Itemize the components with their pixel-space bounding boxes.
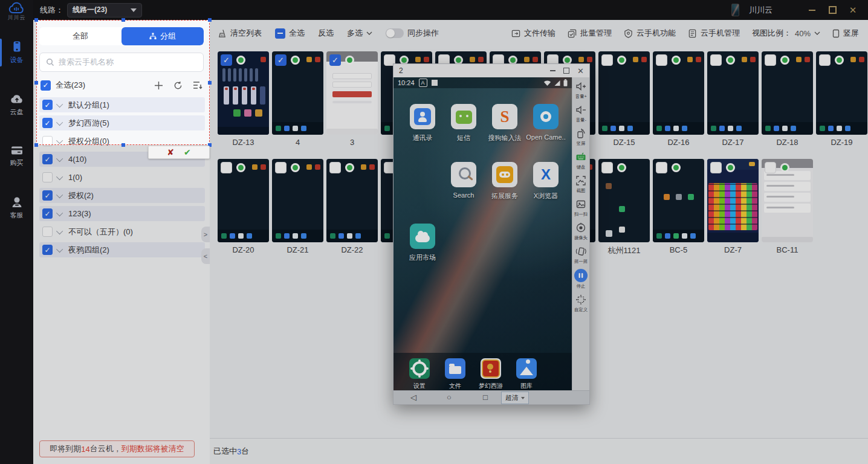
device-checkbox[interactable] [819,54,831,66]
app-icon-camera[interactable]: Open Came.. [525,104,566,141]
device-thumb[interactable] [326,159,378,242]
device-checkbox[interactable]: ✓ [275,54,287,66]
selection-handle[interactable] [34,143,38,147]
app-icon-xbrowser[interactable]: XX浏览器 [525,162,566,201]
group-row[interactable]: ✓123(3) [39,206,205,221]
device-checkbox[interactable]: ✓ [329,54,341,66]
phone-tool-screenshot[interactable]: 截图 [575,175,587,194]
device-thumb[interactable] [598,51,650,135]
back-button[interactable]: ◁ [410,392,416,404]
panel-expand-handle[interactable]: > [201,227,210,242]
device-checkbox[interactable] [601,54,613,66]
sidebar-item-设备[interactable]: 设备 [0,35,33,70]
group-checkbox[interactable] [42,172,53,182]
device-checkbox[interactable]: ✓ [221,54,232,66]
phone-tool-custom[interactable]: 自定义 [574,294,588,313]
app-icon-messages[interactable]: 短信 [443,104,484,143]
close-button[interactable]: ✕ [847,5,858,16]
selection-handle[interactable] [34,18,38,22]
device-checkbox[interactable] [710,54,722,66]
device-thumb[interactable] [816,51,867,135]
chevron-down-icon[interactable] [56,155,63,161]
phone-tool-keyboard[interactable]: 键盘 [575,151,587,170]
group-row[interactable]: 1(0) [39,170,205,185]
device-thumb[interactable] [707,51,759,135]
search-input[interactable]: 搜索云手机名称 [39,53,204,72]
capture-cancel-icon[interactable]: ✘ [167,148,174,156]
refresh-icon[interactable] [173,81,183,90]
app-icon-market[interactable]: 应用市场 [402,224,443,262]
minimize-button[interactable] [806,5,817,16]
device-checkbox[interactable] [656,162,667,173]
device-thumb[interactable]: ✓ [272,51,323,135]
device-checkbox[interactable] [601,162,613,173]
file-transfer-button[interactable]: 文件传输 [511,28,555,39]
indeterminate-checkbox[interactable] [275,28,285,39]
group-checkbox[interactable]: ✓ [42,190,53,201]
selection-handle[interactable] [34,81,38,85]
selection-handle[interactable] [121,143,125,147]
device-checkbox[interactable] [275,162,287,173]
sidebar-item-购买[interactable]: 购买 [0,140,33,173]
sync-operation-toggle[interactable]: 同步操作 [386,28,439,39]
phone-screen[interactable]: 10:24 A 设置文件梦幻西游图库 通讯录短信S搜狗输入法Open Came.… [394,77,572,390]
device-checkbox[interactable] [221,162,232,173]
line-select-dropdown[interactable]: 线路一(23) [67,3,142,18]
chevron-down-icon[interactable] [56,227,63,234]
sort-icon[interactable] [193,81,202,89]
phone-maximize-icon[interactable] [563,68,569,74]
phone-tool-scan[interactable]: 扫一扫 [574,198,588,218]
selection-handle[interactable] [208,81,212,85]
select-all-checkbox[interactable]: ✓ [40,80,51,91]
group-checkbox[interactable]: ✓ [42,245,53,255]
tab-groups[interactable]: 分组 [121,27,204,45]
batch-manage-button[interactable]: 批量管理 [568,28,612,39]
device-thumb[interactable] [653,159,704,242]
device-checkbox[interactable] [656,54,667,66]
app-icon-search[interactable]: Search [443,162,484,199]
dock-app-settings[interactable]: 设置 [404,358,435,390]
group-row[interactable]: ✓默认分组(1) [39,97,205,112]
chevron-down-icon[interactable] [56,173,63,179]
device-thumb[interactable] [598,159,650,242]
chevron-down-icon[interactable] [56,209,63,216]
device-thumb[interactable] [762,51,813,135]
device-thumb[interactable]: ✓ [218,51,269,135]
multi-select-button[interactable]: 多选 [347,28,372,39]
group-row[interactable]: ✓梦幻西游(5) [39,115,205,130]
expiry-warning[interactable]: 即将到期14台云机，到期数据将被清空 [39,440,195,457]
dock-app-mhxy[interactable]: 梦幻西游 [476,358,506,390]
device-thumb[interactable] [272,159,323,242]
plus-icon[interactable] [154,81,163,90]
phone-tool-stop[interactable]: 停止 [574,269,588,289]
group-checkbox[interactable]: ✓ [42,100,53,110]
panel-collapse-handle[interactable]: < [201,248,210,264]
phone-tool-camera-tool[interactable]: 摄像头 [574,222,588,241]
group-row[interactable]: 不可以（五开）(0) [39,224,205,239]
phone-minimize-icon[interactable] [550,70,555,71]
maximize-button[interactable] [827,5,838,16]
chevron-down-icon[interactable] [56,100,63,107]
app-icon-gamepad[interactable]: 拓展服务 [484,162,525,201]
device-checkbox[interactable] [710,162,722,173]
group-row[interactable]: ✓授权(2) [39,188,205,203]
device-thumb[interactable] [762,159,813,242]
view-scale-control[interactable]: 视图比例： 40% [752,28,820,39]
portrait-mode-button[interactable]: 竖屏 [832,28,859,39]
selection-handle[interactable] [121,18,125,22]
phone-tool-volume-minus[interactable]: 音量- [575,104,587,123]
clear-list-button[interactable]: 清空列表 [218,28,262,39]
phone-tool-shake[interactable]: 摇一摇 [574,245,588,265]
sidebar-item-云盘[interactable]: 云盘 [0,88,33,122]
phone-close-icon[interactable]: ✕ [577,66,584,76]
phone-window-titlebar[interactable]: 2 ✕ [394,64,589,77]
invert-selection-button[interactable]: 反选 [318,28,334,39]
chevron-down-icon[interactable] [56,245,63,252]
sidebar-item-客服[interactable]: 客服 [0,191,33,225]
device-checkbox[interactable] [329,162,341,173]
device-thumb[interactable]: ✓ [326,51,378,135]
toolbar-select-all[interactable]: 全选 [275,28,305,39]
selection-handle[interactable] [208,18,212,22]
group-checkbox[interactable] [42,227,53,237]
home-button[interactable]: ○ [447,392,452,404]
